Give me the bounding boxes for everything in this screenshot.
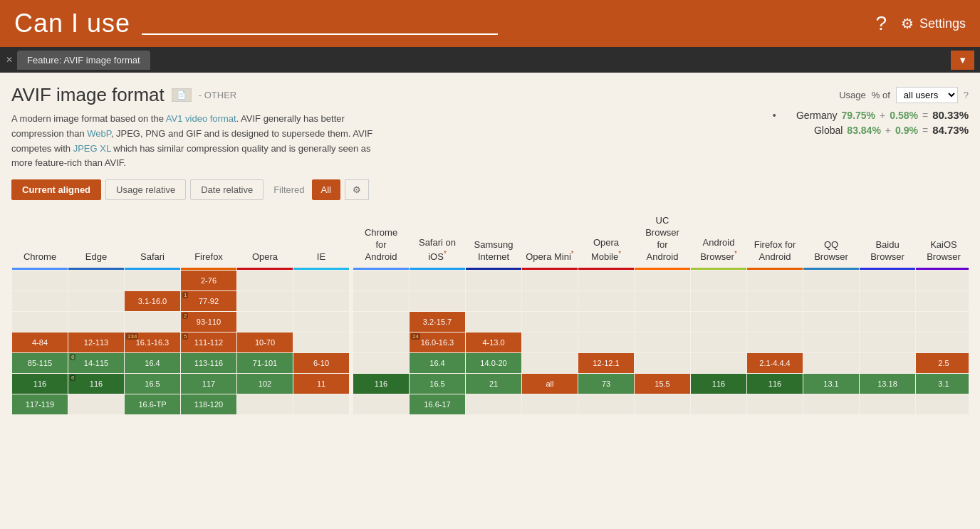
cell-qq-row5[interactable]: 13.1 [803, 374, 859, 394]
cell-kaios-row1[interactable] [916, 291, 969, 311]
cell-safari-row6[interactable]: 16.6-TP [125, 394, 180, 414]
cell-uc-row6[interactable] [635, 394, 690, 414]
cell-baidu-row1[interactable] [860, 291, 915, 311]
cell-chrome-row1[interactable] [12, 291, 68, 311]
cell-opera-row0[interactable] [237, 271, 293, 290]
cell-samsung-row0[interactable] [466, 271, 521, 290]
cell-opera_mobile-row5[interactable]: 73 [578, 374, 634, 394]
cell-chrome_android-row0[interactable] [353, 271, 409, 290]
cell-edge-row5[interactable]: 6116 [68, 374, 124, 394]
cell-android-row2[interactable] [691, 312, 746, 332]
cell-uc-row0[interactable] [635, 271, 690, 290]
cell-opera_mobile-row1[interactable] [578, 291, 634, 311]
cell-chrome_android-row4[interactable] [353, 353, 409, 373]
cell-opera_mobile-row4[interactable]: 12-12.1 [578, 353, 634, 373]
cell-safari_ios-row3[interactable]: 2416.0-16.3 [410, 332, 465, 352]
cell-baidu-row6[interactable] [860, 394, 915, 414]
cell-android-row0[interactable] [691, 271, 746, 290]
usage-select[interactable]: all users my users [896, 87, 958, 103]
cell-opera-row2[interactable] [237, 312, 293, 332]
cell-kaios-row0[interactable] [916, 271, 969, 290]
cell-edge-row2[interactable] [68, 312, 124, 332]
usage-help-icon[interactable]: ? [964, 90, 969, 100]
cell-ie-row3[interactable] [293, 332, 349, 352]
cell-safari-row5[interactable]: 16.5 [125, 374, 180, 394]
cell-opera_mini-row4[interactable] [522, 353, 578, 373]
cell-opera-row4[interactable]: 71-101 [237, 353, 293, 373]
cell-ie-row4[interactable]: 6-10 [293, 353, 349, 373]
cell-samsung-row6[interactable] [466, 394, 521, 414]
cell-firefox-row3[interactable]: 5111-112 [181, 332, 236, 352]
cell-firefox-row4[interactable]: 113-116 [181, 353, 236, 373]
cell-kaios-row4[interactable]: 2.5 [916, 353, 969, 373]
cell-firefox_android-row5[interactable]: 116 [747, 374, 803, 394]
cell-firefox_android-row6[interactable] [747, 394, 803, 414]
cell-firefox-row5[interactable]: 117 [181, 374, 236, 394]
cell-chrome-row2[interactable] [12, 312, 68, 332]
cell-opera_mini-row0[interactable] [522, 271, 578, 290]
cell-chrome-row6[interactable]: 117-119 [12, 394, 68, 414]
cell-firefox-row1[interactable]: 177-92 [181, 291, 236, 311]
cell-baidu-row5[interactable]: 13.18 [860, 374, 915, 394]
cell-safari-row3[interactable]: 23416.1-16.3 [125, 332, 180, 352]
cell-opera_mobile-row6[interactable] [578, 394, 634, 414]
cell-firefox-row6[interactable]: 118-120 [181, 394, 236, 414]
cell-opera_mini-row1[interactable] [522, 291, 578, 311]
cell-chrome_android-row1[interactable] [353, 291, 409, 311]
cell-uc-row2[interactable] [635, 312, 690, 332]
cell-kaios-row2[interactable] [916, 312, 969, 332]
help-icon[interactable]: ? [875, 12, 887, 35]
search-input[interactable] [142, 13, 498, 35]
cell-baidu-row2[interactable] [860, 312, 915, 332]
cell-firefox-row0[interactable]: 2-76 [181, 271, 236, 290]
cell-samsung-row5[interactable]: 21 [466, 374, 521, 394]
cell-safari-row4[interactable]: 16.4 [125, 353, 180, 373]
cell-edge-row3[interactable]: 12-113 [68, 332, 124, 352]
cell-samsung-row4[interactable]: 14.0-20 [466, 353, 521, 373]
cell-ie-row6[interactable] [293, 394, 349, 414]
cell-samsung-row3[interactable]: 4-13.0 [466, 332, 521, 352]
av1-link[interactable]: AV1 video format [166, 113, 236, 124]
cell-android-row4[interactable] [691, 353, 746, 373]
cell-opera_mini-row6[interactable] [522, 394, 578, 414]
cell-chrome_android-row2[interactable] [353, 312, 409, 332]
cell-edge-row0[interactable] [68, 271, 124, 290]
cell-safari-row0[interactable] [125, 271, 180, 290]
cell-uc-row4[interactable] [635, 353, 690, 373]
cell-baidu-row3[interactable] [860, 332, 915, 352]
cell-safari_ios-row2[interactable]: 3.2-15.7 [410, 312, 465, 332]
all-btn[interactable]: All [312, 179, 340, 200]
cell-opera-row3[interactable]: 10-70 [237, 332, 293, 352]
cell-android-row6[interactable] [691, 394, 746, 414]
cell-ie-row1[interactable] [293, 291, 349, 311]
cell-chrome_android-row3[interactable] [353, 332, 409, 352]
cell-chrome-row3[interactable]: 4-84 [12, 332, 68, 352]
cell-chrome-row0[interactable] [12, 271, 68, 290]
cell-edge-row4[interactable]: 614-115 [68, 353, 124, 373]
filter-icon[interactable]: ▼ [951, 51, 974, 70]
cell-samsung-row1[interactable] [466, 291, 521, 311]
tab-close-icon[interactable]: ✕ [6, 55, 13, 65]
cell-baidu-row4[interactable] [860, 353, 915, 373]
cell-safari_ios-row6[interactable]: 16.6-17 [410, 394, 465, 414]
cell-qq-row4[interactable] [803, 353, 859, 373]
cell-uc-row3[interactable] [635, 332, 690, 352]
cell-safari-row1[interactable]: 3.1-16.0 [125, 291, 180, 311]
cell-chrome_android-row5[interactable]: 116 [353, 374, 409, 394]
cell-qq-row0[interactable] [803, 271, 859, 290]
cell-firefox_android-row0[interactable] [747, 271, 803, 290]
cell-uc-row1[interactable] [635, 291, 690, 311]
cell-firefox_android-row3[interactable] [747, 332, 803, 352]
cell-safari_ios-row4[interactable]: 16.4 [410, 353, 465, 373]
cell-qq-row2[interactable] [803, 312, 859, 332]
cell-kaios-row6[interactable] [916, 394, 969, 414]
usage-relative-btn[interactable]: Usage relative [105, 179, 186, 200]
date-relative-btn[interactable]: Date relative [190, 179, 264, 200]
cell-firefox_android-row4[interactable]: 2.1-4.4.4 [747, 353, 803, 373]
cell-ie-row0[interactable] [293, 271, 349, 290]
current-aligned-btn[interactable]: Current aligned [11, 179, 101, 200]
cell-baidu-row0[interactable] [860, 271, 915, 290]
cell-kaios-row3[interactable] [916, 332, 969, 352]
cell-opera_mini-row5[interactable]: all [522, 374, 578, 394]
cell-safari_ios-row5[interactable]: 16.5 [410, 374, 465, 394]
